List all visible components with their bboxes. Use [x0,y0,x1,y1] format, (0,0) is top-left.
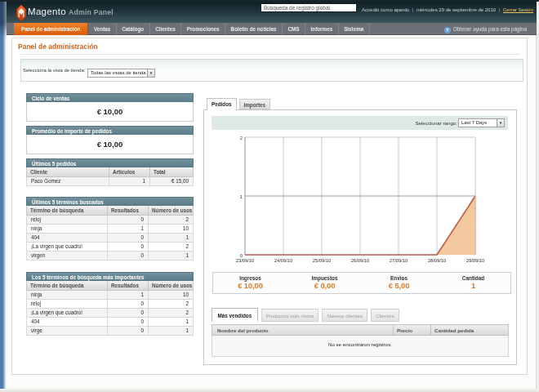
svg-text:25/09/10: 25/09/10 [313,258,332,263]
svg-text:2: 2 [240,136,243,140]
svg-text:0: 0 [240,253,243,258]
svg-text:26/09/10: 26/09/10 [351,258,370,263]
svg-text:27/09/10: 27/09/10 [390,258,408,263]
svg-text:24/09/10: 24/09/10 [274,258,293,263]
svg-text:1: 1 [240,194,243,199]
svg-text:23/09/10: 23/09/10 [236,258,255,263]
svg-text:29/09/10: 29/09/10 [466,258,485,263]
svg-text:28/09/10: 28/09/10 [428,258,447,263]
